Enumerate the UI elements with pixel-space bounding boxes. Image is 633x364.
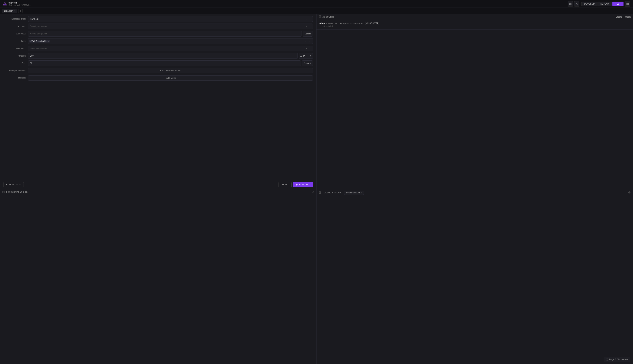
debug-stream-content — [316, 196, 633, 364]
add-memo-button[interactable]: + Add Memo — [28, 75, 313, 81]
currency-value: XRP — [300, 55, 305, 57]
flags-box: tfFullyCanonicalSig × ✕ ▾ — [28, 38, 313, 44]
flag-label: tfFullyCanonicalSig — [31, 40, 47, 42]
flags-row: Flags: tfFullyCanonicalSig × ✕ ▾ — [4, 38, 313, 44]
account-select[interactable]: Select your account ▾ — [28, 24, 313, 29]
sequence-input[interactable] — [28, 31, 302, 36]
expand-btn[interactable] — [625, 1, 630, 6]
dev-log-title: DEVELOPMENT LOG — [6, 191, 28, 193]
edit-as-json-button[interactable]: EDIT AS JSON — [4, 182, 24, 187]
debug-stream-panel: DEBUG STREAM Select account ▾ — [316, 189, 633, 364]
destination-label: Destination: — [4, 47, 28, 50]
amount-input-group: XRP ▾ — [28, 53, 313, 59]
fee-control: Suggest — [28, 60, 313, 66]
app-title: starter.c — [9, 2, 31, 4]
flags-expand-btn[interactable]: ▾ — [308, 39, 311, 43]
amount-label: Amount: — [4, 55, 28, 57]
settings-icon-btn[interactable] — [574, 1, 579, 6]
flag-remove-btn[interactable]: × — [48, 40, 49, 42]
debug-stream-title: DEBUG STREAM — [324, 192, 341, 194]
tab-test[interactable]: TEST — [612, 2, 623, 6]
file-tab-test1json[interactable]: test1.json × — [2, 9, 17, 13]
debug-stream-clock-btn[interactable] — [628, 191, 630, 194]
flags-actions: ✕ ▾ — [304, 39, 311, 43]
file-tab-close[interactable]: × — [14, 10, 15, 12]
flags-clear-btn[interactable]: ✕ — [304, 39, 307, 43]
transaction-type-value: Payment — [30, 18, 38, 20]
debug-stream-account-chevron: ▾ — [361, 192, 362, 194]
sequence-update-button[interactable]: Update — [303, 31, 313, 36]
dev-log-clock-btn[interactable] — [311, 190, 314, 194]
memos-label: Memos: — [4, 77, 28, 79]
transaction-type-row: Transaction type: Payment ▾ — [4, 16, 313, 22]
file-tabs-bar: test1.json × + — [0, 8, 633, 14]
currency-select[interactable]: XRP ▾ — [299, 53, 313, 59]
debug-clock-icon — [628, 191, 630, 194]
dev-log-panel: DEVELOPMENT LOG — [0, 189, 316, 364]
fee-suggest-button[interactable]: Suggest — [302, 60, 313, 66]
main-layout: Transaction type: Payment ▾ Account: Sel… — [0, 14, 633, 364]
nav-tabs: DEVELOP DEPLOY TEST — [581, 2, 623, 6]
transaction-type-label: Transaction type: — [4, 18, 28, 20]
alice-balance: (9,999.74 XRP) — [365, 22, 379, 24]
svg-rect-4 — [628, 3, 628, 4]
run-test-label: RUN TEST — [299, 184, 310, 186]
amount-input[interactable] — [28, 53, 298, 59]
fee-input[interactable] — [28, 60, 301, 66]
add-tab-button[interactable]: + — [18, 9, 23, 13]
fee-row: Fee: Suggest — [4, 60, 313, 66]
nav-icon-btns — [568, 1, 579, 6]
folder-icon — [569, 3, 572, 5]
fee-label: Fee: — [4, 62, 28, 64]
accounts-section-icon — [319, 16, 321, 18]
svg-point-2 — [576, 3, 577, 4]
flag-tag-tfFullyCanonicalSig: tfFullyCanonicalSig × — [29, 40, 50, 42]
accounts-section: ACCOUNTS Create Import Alice rDQdNbTNa5r… — [316, 14, 633, 189]
hook-params-label: Hook parameters: — [4, 70, 28, 72]
flags-control: tfFullyCanonicalSig × ✕ ▾ — [28, 38, 313, 44]
account-item-alice[interactable]: Alice rDQdNbTNa5rcoX8agAwnLSzJzzswzpxAfv… — [316, 20, 633, 30]
transaction-type-select[interactable]: Payment ▾ — [28, 16, 313, 22]
accounts-create-btn[interactable]: Create — [616, 16, 622, 18]
account-row: Account: Select your account ▾ — [4, 24, 313, 29]
clock-icon — [311, 190, 314, 193]
destination-placeholder: Destination account — [30, 47, 49, 50]
destination-select[interactable]: Destination account ▾ — [28, 46, 313, 51]
debug-stream-icon — [319, 191, 321, 194]
top-nav: starter.c Gist: muzami1/1f8109c8... DEVE… — [0, 0, 633, 8]
destination-control: Destination account ▾ — [28, 46, 313, 51]
svg-line-25 — [629, 192, 630, 193]
logo-icon — [3, 2, 7, 6]
run-test-button[interactable]: RUN TEST — [293, 182, 313, 187]
svg-rect-5 — [627, 4, 627, 4]
tab-develop[interactable]: DEVELOP — [581, 2, 597, 6]
play-icon — [296, 184, 298, 186]
dev-log-panel-icon — [3, 190, 5, 194]
accounts-import-btn[interactable]: Import — [624, 16, 630, 18]
transaction-type-chevron: ▾ — [306, 18, 307, 20]
hook-params-control: + Add Hook Parameter — [28, 68, 313, 73]
currency-chevron: ▾ — [310, 55, 311, 57]
memos-control: + Add Memo — [28, 75, 313, 81]
reset-button[interactable]: RESET — [278, 182, 291, 187]
svg-point-26 — [606, 358, 608, 360]
flags-label: Flags: — [4, 40, 28, 42]
gear-icon — [575, 3, 578, 5]
bugs-discussions-button[interactable]: Bugs & Discussions — [604, 357, 630, 362]
account-name-alice: Alice rDQdNbTNa5rcoX8agAwnLSzJzzswzpxAfv… — [319, 22, 630, 24]
account-control: Select your account ▾ — [28, 24, 313, 29]
add-hook-parameter-button[interactable]: + Add Hook Parameter — [28, 68, 313, 73]
svg-rect-3 — [627, 3, 627, 4]
destination-chevron: ▾ — [306, 48, 307, 50]
right-panel: ACCOUNTS Create Import Alice rDQdNbTNa5r… — [316, 14, 633, 364]
dev-log-content — [0, 195, 316, 364]
alice-meta: 1 hook installed — [319, 25, 630, 27]
alice-address: rDQdNbTNa5rcoX8agAwnLSzJzzswzpxAfv — [326, 22, 363, 24]
alice-name: Alice — [319, 22, 325, 24]
tab-deploy[interactable]: DEPLOY — [598, 2, 612, 6]
sequence-row: Sequence: Update — [4, 31, 313, 36]
debug-stream-account-select[interactable]: Select account ▾ — [344, 190, 364, 195]
svg-line-14 — [313, 192, 313, 192]
form-area: Transaction type: Payment ▾ Account: Sel… — [0, 14, 316, 180]
folder-icon-btn[interactable] — [568, 1, 573, 6]
